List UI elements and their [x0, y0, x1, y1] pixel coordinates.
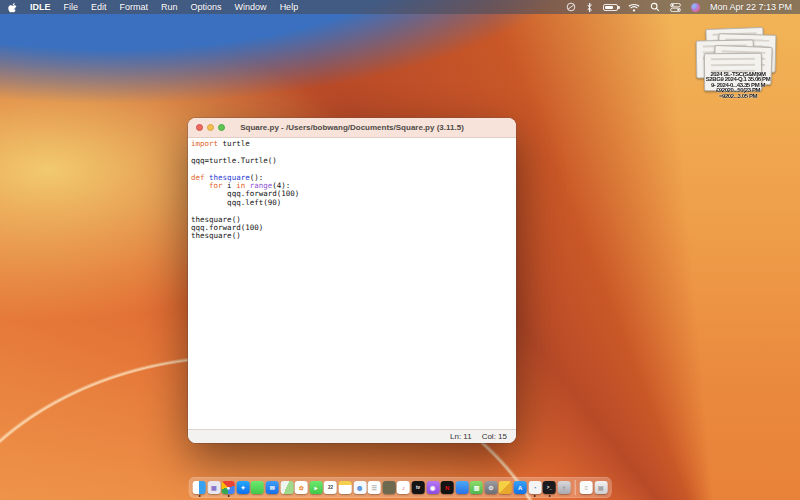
code-line: thesquare()	[191, 232, 516, 240]
code-line: import turtle	[191, 140, 516, 148]
notes-dock-icon[interactable]	[339, 481, 352, 494]
code-line: qqq.left(90)	[191, 199, 516, 207]
blue-globe-app-dock-icon[interactable]: ◍	[353, 481, 366, 494]
minimize-button[interactable]	[207, 124, 214, 131]
pencil-app-dock-icon[interactable]	[499, 481, 512, 494]
menu-window[interactable]: Window	[235, 2, 267, 12]
wifi-icon[interactable]	[628, 3, 640, 12]
window-title-bar[interactable]: Square.py - /Users/bobwang/Documents/Squ…	[188, 118, 516, 138]
window-title: Square.py - /Users/bobwang/Documents/Squ…	[188, 123, 516, 132]
chrome-dock-icon[interactable]: ●	[222, 481, 235, 494]
app-store-dock-icon[interactable]: A	[514, 481, 527, 494]
running-indicator-dot	[534, 495, 536, 497]
podcasts-dock-icon[interactable]: ◉	[426, 481, 439, 494]
zoom-button[interactable]	[218, 124, 225, 131]
music-dock-icon[interactable]: ♪	[397, 481, 410, 494]
mail-dock-icon[interactable]: ✉	[266, 481, 279, 494]
idle-python-dock-icon[interactable]: ◔	[528, 481, 541, 494]
dock: ▦●✦✉✿▸22◍☰♪tv◉N▥⚙A◔>_↑≡▤	[189, 477, 612, 498]
close-button[interactable]	[196, 124, 203, 131]
code-line: qqq=turtle.Turtle()	[191, 157, 516, 165]
system-settings-dock-icon[interactable]: ⚙	[485, 481, 498, 494]
archive-utility-dock-icon[interactable]: ↑	[558, 481, 571, 494]
calendar-dock-icon[interactable]: 22	[324, 481, 337, 494]
running-indicator-dot	[198, 495, 200, 497]
battery-icon[interactable]	[603, 4, 618, 11]
olive-app-dock-icon[interactable]	[382, 481, 395, 494]
running-indicator-dot	[548, 495, 550, 497]
textedit-dock-icon[interactable]: ≡	[580, 481, 593, 494]
editor-status-bar: Ln: 11 Col: 15	[188, 429, 516, 443]
search-icon[interactable]	[650, 2, 660, 12]
maps-dock-icon[interactable]	[280, 481, 293, 494]
finder-dock-icon[interactable]	[193, 481, 206, 494]
idle-editor-window: Square.py - /Users/bobwang/Documents/Squ…	[188, 118, 516, 443]
menu-app-name[interactable]: IDLE	[30, 2, 51, 12]
menu-edit[interactable]: Edit	[91, 2, 107, 12]
running-indicator-dot	[227, 495, 229, 497]
menu-help[interactable]: Help	[280, 2, 299, 12]
dock-separator	[575, 480, 576, 495]
launchpad-dock-icon[interactable]: ▦	[207, 481, 220, 494]
control-center-icon[interactable]	[670, 3, 681, 12]
desktop-file-stack[interactable]: 2024 SL-TSC(S&M)9MS2BG9 2024-Q.1 35.06 P…	[684, 28, 792, 120]
menu-extra-swirl-icon[interactable]	[566, 2, 576, 12]
apple-menu-icon[interactable]	[8, 2, 17, 13]
status-line: Ln: 11	[450, 432, 472, 441]
safari-dock-icon[interactable]: ✦	[236, 481, 249, 494]
siri-icon[interactable]	[691, 3, 700, 12]
code-editor[interactable]: import turtle qqq=turtle.Turtle() def th…	[188, 138, 516, 429]
tv-dock-icon[interactable]: tv	[412, 481, 425, 494]
menu-clock[interactable]: Mon Apr 22 7:13 PM	[710, 2, 792, 12]
numbers-dock-icon[interactable]: ▥	[470, 481, 483, 494]
blue-app-dock-icon[interactable]	[455, 481, 468, 494]
status-column: Col: 15	[482, 432, 507, 441]
menu-file[interactable]: File	[64, 2, 79, 12]
menu-run[interactable]: Run	[161, 2, 178, 12]
menu-format[interactable]: Format	[120, 2, 149, 12]
terminal-dock-icon[interactable]: >_	[543, 481, 556, 494]
desktop-file-labels: 2024 SL-TSC(S&M)9MS2BG9 2024-Q.1 35.06 P…	[684, 72, 792, 99]
messages-dock-icon[interactable]	[251, 481, 264, 494]
trash-dock-icon[interactable]: ▤	[594, 481, 607, 494]
bluetooth-icon[interactable]	[586, 2, 593, 13]
facetime-dock-icon[interactable]: ▸	[309, 481, 322, 494]
photos-dock-icon[interactable]: ✿	[295, 481, 308, 494]
menu-bar: IDLE File Edit Format Run Options Window…	[0, 0, 800, 14]
menu-options[interactable]: Options	[191, 2, 222, 12]
reminders-dock-icon[interactable]: ☰	[368, 481, 381, 494]
netflix-dock-icon[interactable]: N	[441, 481, 454, 494]
